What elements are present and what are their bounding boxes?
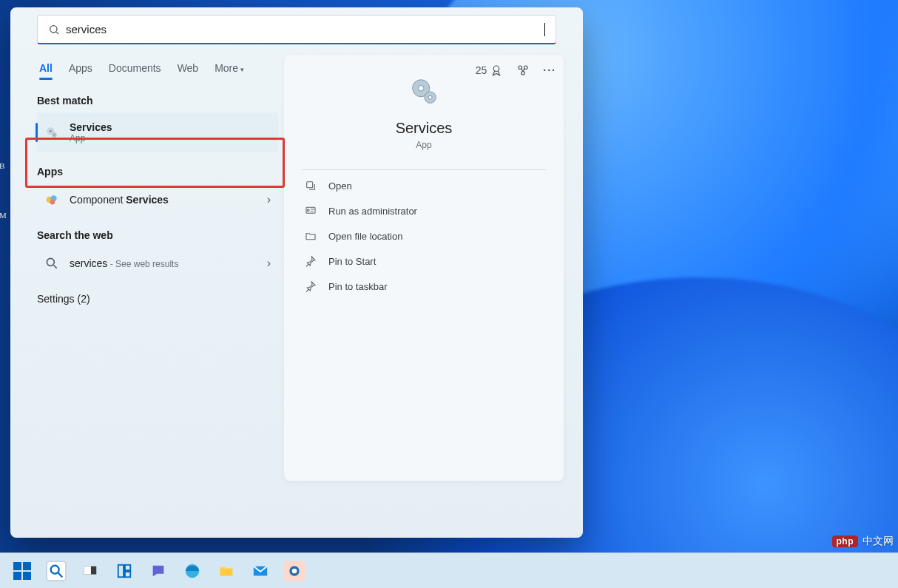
svg-point-33 bbox=[292, 568, 297, 573]
taskbar-widgets[interactable] bbox=[114, 561, 135, 581]
svg-point-18 bbox=[428, 95, 432, 99]
result-title: Component Services bbox=[70, 194, 169, 206]
start-button[interactable] bbox=[12, 561, 33, 581]
watermark-text: 中文网 bbox=[862, 535, 894, 548]
task-view-icon bbox=[82, 563, 98, 579]
tab-web[interactable]: Web bbox=[178, 62, 199, 74]
action-run-admin[interactable]: Run as administrator bbox=[284, 198, 564, 223]
pin-icon bbox=[305, 255, 317, 267]
start-search-panel: 25 ··· All Apps Documents Web More▾ Best… bbox=[10, 7, 583, 538]
taskbar-mail[interactable] bbox=[250, 561, 271, 581]
section-apps: Apps bbox=[37, 166, 278, 178]
svg-point-2 bbox=[494, 66, 500, 72]
detail-title: Services bbox=[284, 120, 564, 137]
action-open[interactable]: Open bbox=[284, 173, 564, 198]
svg-point-7 bbox=[50, 130, 52, 132]
result-title: services - See web results bbox=[70, 257, 178, 269]
svg-rect-19 bbox=[307, 182, 313, 188]
folder-icon bbox=[218, 563, 234, 579]
pin-icon bbox=[305, 280, 317, 292]
svg-rect-25 bbox=[84, 566, 91, 574]
watermark-badge: php bbox=[832, 535, 859, 547]
action-pin-taskbar[interactable]: Pin to taskbar bbox=[284, 274, 564, 299]
section-best-match: Best match bbox=[37, 95, 278, 107]
search-top-icons: 25 ··· bbox=[476, 64, 556, 77]
folder-icon bbox=[305, 230, 317, 242]
results-column: All Apps Documents Web More▾ Best match … bbox=[18, 55, 284, 481]
chevron-right-icon: › bbox=[267, 193, 271, 206]
taskbar-explorer[interactable] bbox=[216, 561, 237, 581]
network-icon[interactable] bbox=[516, 64, 530, 77]
svg-point-21 bbox=[307, 209, 309, 212]
text-cursor bbox=[544, 23, 545, 36]
rewards-points[interactable]: 25 bbox=[476, 64, 504, 77]
detail-card: Services App Open Run as administrator O… bbox=[284, 55, 564, 481]
section-search-web: Search the web bbox=[37, 229, 278, 241]
tab-all[interactable]: All bbox=[39, 62, 53, 74]
detail-subtitle: App bbox=[284, 140, 564, 150]
svg-rect-27 bbox=[125, 564, 130, 570]
svg-point-9 bbox=[53, 134, 55, 135]
svg-rect-28 bbox=[125, 571, 130, 576]
result-services-app[interactable]: Services App bbox=[37, 112, 278, 152]
chevron-down-icon: ▾ bbox=[240, 66, 244, 73]
mail-icon bbox=[252, 563, 269, 579]
svg-line-1 bbox=[56, 32, 58, 34]
search-icon bbox=[48, 563, 64, 579]
chat-icon bbox=[150, 563, 166, 579]
svg-rect-30 bbox=[220, 569, 233, 575]
search-icon bbox=[48, 24, 60, 36]
tab-more[interactable]: More▾ bbox=[215, 62, 244, 74]
chevron-right-icon: › bbox=[267, 257, 271, 270]
svg-point-0 bbox=[50, 25, 57, 32]
search-icon bbox=[44, 256, 59, 271]
section-settings[interactable]: Settings (2) bbox=[37, 293, 278, 305]
widgets-icon bbox=[116, 563, 132, 579]
result-component-services[interactable]: Component Services › bbox=[37, 183, 278, 216]
shield-icon bbox=[305, 205, 317, 217]
result-subtitle: App bbox=[70, 133, 112, 143]
svg-line-14 bbox=[54, 266, 57, 268]
svg-line-23 bbox=[58, 572, 63, 577]
svg-point-22 bbox=[51, 565, 59, 573]
desktop-shortcut-label: M bbox=[0, 211, 7, 220]
taskbar-app-pinned[interactable] bbox=[284, 561, 305, 581]
taskbar bbox=[0, 552, 898, 588]
app-icon bbox=[287, 564, 302, 578]
result-title: Services bbox=[70, 121, 112, 133]
medal-icon bbox=[490, 64, 503, 77]
component-services-icon bbox=[44, 192, 59, 207]
separator bbox=[302, 169, 546, 170]
result-web-services[interactable]: services - See web results › bbox=[37, 247, 278, 280]
services-gear-icon bbox=[44, 125, 59, 140]
windows-logo-icon bbox=[13, 562, 31, 580]
php-cn-watermark: php 中文网 bbox=[832, 535, 894, 548]
taskbar-task-view[interactable] bbox=[80, 561, 101, 581]
services-gear-icon bbox=[407, 75, 441, 109]
search-box[interactable] bbox=[37, 15, 556, 44]
action-open-location[interactable]: Open file location bbox=[284, 223, 564, 249]
selection-indicator bbox=[36, 123, 38, 142]
svg-point-13 bbox=[47, 258, 54, 266]
taskbar-edge[interactable] bbox=[182, 561, 203, 581]
desktop-shortcut-label: B bbox=[0, 161, 4, 170]
tab-documents[interactable]: Documents bbox=[109, 62, 161, 74]
svg-rect-26 bbox=[118, 564, 124, 577]
open-icon bbox=[305, 180, 317, 192]
svg-point-16 bbox=[418, 85, 424, 91]
edge-icon bbox=[184, 563, 200, 579]
more-options-icon[interactable]: ··· bbox=[543, 64, 556, 76]
tab-apps[interactable]: Apps bbox=[69, 62, 92, 74]
search-input[interactable] bbox=[66, 23, 544, 36]
filter-tabs: All Apps Documents Web More▾ bbox=[37, 55, 278, 81]
action-pin-start[interactable]: Pin to Start bbox=[284, 249, 564, 274]
taskbar-chat[interactable] bbox=[148, 561, 169, 581]
taskbar-search-button[interactable] bbox=[46, 561, 67, 581]
svg-point-12 bbox=[50, 200, 55, 205]
